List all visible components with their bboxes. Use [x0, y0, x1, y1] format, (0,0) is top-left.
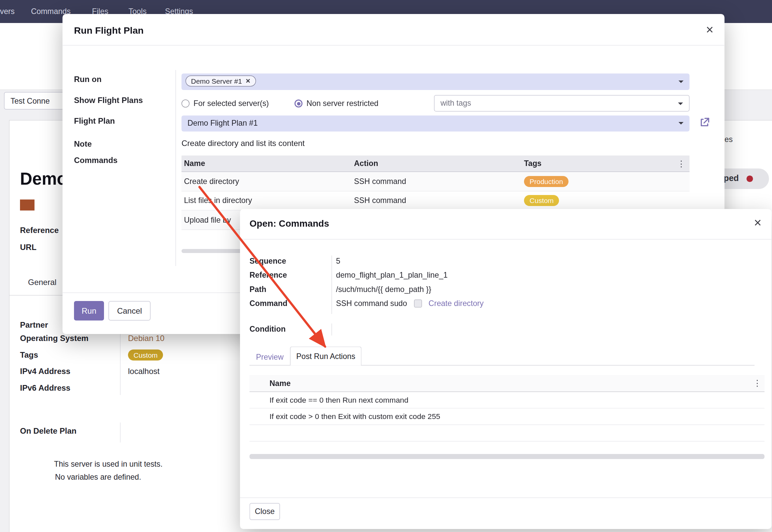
chevron-down-icon [678, 103, 683, 105]
unit-test-note-line1: This server is used in unit tests. [54, 460, 163, 469]
create-directory-link[interactable]: Create directory [429, 299, 484, 308]
status-dot-icon [747, 176, 753, 182]
ipv4-value: localhost [128, 367, 160, 376]
row-name: If exit code > 0 then Exit with custom e… [270, 412, 440, 421]
tags-badge: Custom [128, 350, 163, 361]
field-separator-2 [120, 423, 121, 443]
row-name: Upload file by [184, 216, 231, 225]
path-value: /such/much/{{ demo_path }} [336, 285, 431, 294]
note-label: Note [74, 140, 92, 149]
table-header-row: Name Action Tags ⋮ [182, 156, 690, 172]
table-row[interactable]: If exit code > 0 then Exit with custom e… [250, 409, 765, 425]
partner-label: Partner [20, 321, 48, 330]
condition-divider [332, 324, 332, 336]
run-button-label: Run [82, 306, 96, 315]
row-name: Create directory [184, 177, 239, 186]
condition-label: Condition [250, 325, 286, 334]
row-action: SSH command [354, 177, 406, 186]
table-options-icon[interactable]: ⋮ [677, 160, 686, 168]
row-action: SSH command [354, 196, 406, 205]
test-connection-button[interactable]: Test Conne [4, 92, 70, 110]
close-button-label: Close [255, 507, 275, 516]
radio-non-server-restricted[interactable] [295, 100, 303, 108]
radio-selected-servers-label: For selected server(s) [194, 99, 269, 108]
cancel-button-label: Cancel [117, 306, 142, 315]
unit-test-note-line2: No variables are defined. [55, 473, 141, 482]
row-tag-badge: Production [524, 176, 568, 187]
server-tag-pill: Demo Server #1 ✕ [186, 76, 256, 87]
reference-label: Reference [20, 226, 59, 235]
command-value: SSH command sudo [336, 299, 407, 308]
chatter-partial-text: es [725, 135, 733, 144]
table-header-row: Name ⋮ [250, 375, 765, 392]
table-options-icon[interactable]: ⋮ [753, 379, 762, 388]
chevron-down-icon [679, 122, 684, 125]
run-on-select[interactable]: Demo Server #1 ✕ [182, 74, 690, 90]
command-value-row: SSH command sudo Create directory [336, 299, 484, 308]
ipv6-label: IPv6 Address [20, 384, 70, 393]
flight-plan-select[interactable]: Demo Flight Plan #1 [182, 116, 690, 132]
screen: vers Commands Files Tools Settings Test … [0, 0, 772, 532]
sequence-label: Sequence [250, 257, 286, 266]
external-link-icon[interactable] [699, 117, 710, 128]
row-tag-badge: Custom [524, 195, 559, 206]
close-icon[interactable]: × [754, 216, 762, 229]
on-delete-plan-label: On Delete Plan [20, 427, 76, 436]
close-icon[interactable]: × [706, 23, 714, 36]
tab-preview[interactable]: Preview [256, 353, 284, 362]
table-row[interactable]: List files in directory SSH command Cust… [182, 192, 690, 211]
commands-label: Commands [74, 156, 118, 165]
tab-post-run-actions-label: Post Run Actions [296, 352, 355, 361]
url-label: URL [20, 243, 36, 252]
column-header-name[interactable]: Name [184, 159, 205, 168]
reference-value: demo_flight_plan_1_plan_line_1 [336, 271, 448, 280]
color-swatch [20, 200, 35, 211]
cancel-button[interactable]: Cancel [109, 301, 151, 321]
show-flight-plans-label: Show Flight Plans [74, 96, 143, 105]
row-name: If exit code == 0 then Run next command [270, 396, 409, 404]
path-label: Path [250, 285, 266, 294]
with-tags-placeholder: with tags [441, 99, 471, 108]
table-row[interactable]: If exit code == 0 then Run next command [250, 392, 765, 409]
nav-item-servers[interactable]: vers [0, 7, 15, 16]
run-on-label: Run on [74, 75, 102, 84]
close-button[interactable]: Close [250, 503, 280, 520]
tags-label: Tags [20, 351, 38, 360]
column-header-tags[interactable]: Tags [524, 159, 542, 168]
commands-modal-title: Open: Commands [250, 218, 329, 229]
chevron-down-icon [679, 81, 684, 83]
run-modal-title: Run Flight Plan [74, 25, 144, 36]
row-name: List files in directory [184, 196, 252, 205]
label-column-divider [176, 70, 176, 266]
flight-plan-value: Demo Flight Plan #1 [188, 119, 258, 128]
tab-general[interactable]: General [28, 278, 56, 287]
radio-non-server-label: Non server restricted [307, 99, 379, 108]
modal-footer-divider [240, 498, 772, 498]
column-header-name[interactable]: Name [270, 379, 291, 388]
table-row-empty [250, 425, 765, 442]
flight-plan-label: Flight Plan [74, 117, 115, 126]
horizontal-scrollbar[interactable] [250, 454, 765, 459]
os-value-link[interactable]: Debian 10 [128, 334, 164, 343]
radio-selected-servers[interactable] [182, 100, 190, 108]
page-title: Demo [20, 169, 67, 189]
os-label: Operating System [20, 334, 88, 343]
sequence-value: 5 [336, 257, 340, 266]
with-tags-select[interactable]: with tags [434, 95, 690, 112]
reference-label: Reference [250, 271, 287, 280]
run-button[interactable]: Run [74, 301, 104, 321]
modal-header-divider [240, 239, 772, 240]
column-header-action[interactable]: Action [354, 159, 378, 168]
command-checkbox[interactable] [414, 300, 422, 308]
tab-post-run-actions[interactable]: Post Run Actions [290, 347, 362, 366]
modal-header-divider [63, 45, 725, 46]
ipv4-label: IPv4 Address [20, 367, 70, 376]
table-row[interactable]: Create directory SSH command Production [182, 172, 690, 192]
tag-remove-icon[interactable]: ✕ [245, 78, 250, 85]
test-connection-label: Test Conne [11, 96, 50, 105]
plan-description: Create directory and list its content [182, 139, 305, 148]
fields-divider [332, 256, 332, 314]
server-tag-label: Demo Server #1 [191, 77, 242, 85]
command-label: Command [250, 299, 288, 308]
open-commands-modal: Open: Commands × Sequence 5 Reference de… [240, 209, 772, 529]
